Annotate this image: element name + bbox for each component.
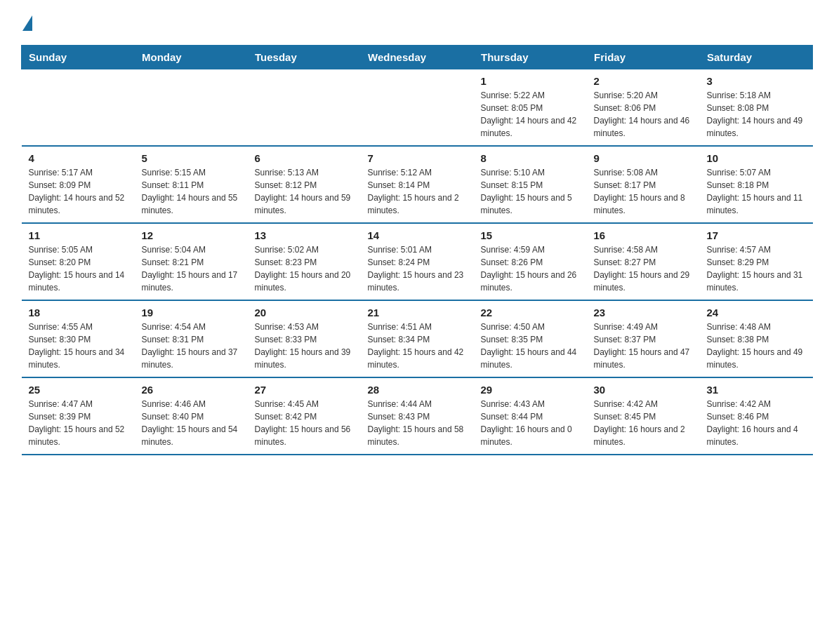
day-number: 25 <box>29 384 128 396</box>
calendar-cell: 4Sunrise: 5:17 AM Sunset: 8:09 PM Daylig… <box>22 146 135 223</box>
day-info: Sunrise: 5:02 AM Sunset: 8:23 PM Dayligh… <box>255 243 354 294</box>
weekday-header-row: SundayMondayTuesdayWednesdayThursdayFrid… <box>22 46 813 69</box>
day-number: 31 <box>707 384 806 396</box>
day-info: Sunrise: 4:58 AM Sunset: 8:27 PM Dayligh… <box>594 243 693 294</box>
day-number: 24 <box>707 307 806 318</box>
day-number: 13 <box>255 229 354 241</box>
calendar-cell: 2Sunrise: 5:20 AM Sunset: 8:06 PM Daylig… <box>587 69 700 147</box>
day-info: Sunrise: 4:54 AM Sunset: 8:31 PM Dayligh… <box>142 321 241 371</box>
day-info: Sunrise: 4:44 AM Sunset: 8:43 PM Dayligh… <box>368 398 467 448</box>
calendar-cell: 20Sunrise: 4:53 AM Sunset: 8:33 PM Dayli… <box>248 300 361 377</box>
day-number: 23 <box>594 307 693 318</box>
calendar-cell: 12Sunrise: 5:04 AM Sunset: 8:21 PM Dayli… <box>135 223 248 300</box>
calendar-cell: 3Sunrise: 5:18 AM Sunset: 8:08 PM Daylig… <box>700 69 813 147</box>
day-number: 12 <box>142 229 241 241</box>
day-number: 27 <box>255 384 354 396</box>
calendar-cell: 14Sunrise: 5:01 AM Sunset: 8:24 PM Dayli… <box>361 223 474 300</box>
day-number: 9 <box>594 152 693 164</box>
day-info: Sunrise: 4:53 AM Sunset: 8:33 PM Dayligh… <box>255 321 354 371</box>
day-number: 8 <box>481 152 580 164</box>
day-info: Sunrise: 5:22 AM Sunset: 8:05 PM Dayligh… <box>481 89 580 140</box>
calendar-cell: 21Sunrise: 4:51 AM Sunset: 8:34 PM Dayli… <box>361 300 474 377</box>
weekday-header-tuesday: Tuesday <box>248 46 361 69</box>
day-info: Sunrise: 4:46 AM Sunset: 8:40 PM Dayligh… <box>142 398 241 448</box>
weekday-header-monday: Monday <box>135 46 248 69</box>
day-number: 18 <box>29 307 128 318</box>
weekday-header-sunday: Sunday <box>22 46 135 69</box>
calendar-cell: 24Sunrise: 4:48 AM Sunset: 8:38 PM Dayli… <box>700 300 813 377</box>
calendar-week-2: 4Sunrise: 5:17 AM Sunset: 8:09 PM Daylig… <box>22 146 813 223</box>
calendar-week-1: 1Sunrise: 5:22 AM Sunset: 8:05 PM Daylig… <box>22 69 813 147</box>
calendar-cell: 27Sunrise: 4:45 AM Sunset: 8:42 PM Dayli… <box>248 377 361 455</box>
day-number: 22 <box>481 307 580 318</box>
calendar-cell: 29Sunrise: 4:43 AM Sunset: 8:44 PM Dayli… <box>474 377 587 455</box>
calendar-cell <box>248 69 361 147</box>
calendar-cell: 17Sunrise: 4:57 AM Sunset: 8:29 PM Dayli… <box>700 223 813 300</box>
calendar-cell: 23Sunrise: 4:49 AM Sunset: 8:37 PM Dayli… <box>587 300 700 377</box>
day-number: 16 <box>594 229 693 241</box>
day-info: Sunrise: 4:45 AM Sunset: 8:42 PM Dayligh… <box>255 398 354 448</box>
weekday-header-thursday: Thursday <box>474 46 587 69</box>
calendar-body: 1Sunrise: 5:22 AM Sunset: 8:05 PM Daylig… <box>22 69 813 455</box>
day-number: 21 <box>368 307 467 318</box>
day-number: 20 <box>255 307 354 318</box>
calendar-cell: 22Sunrise: 4:50 AM Sunset: 8:35 PM Dayli… <box>474 300 587 377</box>
calendar-cell: 5Sunrise: 5:15 AM Sunset: 8:11 PM Daylig… <box>135 146 248 223</box>
day-info: Sunrise: 5:05 AM Sunset: 8:20 PM Dayligh… <box>29 243 128 294</box>
calendar-cell <box>135 69 248 147</box>
calendar-cell: 18Sunrise: 4:55 AM Sunset: 8:30 PM Dayli… <box>22 300 135 377</box>
day-info: Sunrise: 4:42 AM Sunset: 8:45 PM Dayligh… <box>594 398 693 448</box>
day-info: Sunrise: 5:07 AM Sunset: 8:18 PM Dayligh… <box>707 166 806 217</box>
day-info: Sunrise: 4:48 AM Sunset: 8:38 PM Dayligh… <box>707 321 806 371</box>
day-number: 17 <box>707 229 806 241</box>
calendar-cell: 7Sunrise: 5:12 AM Sunset: 8:14 PM Daylig… <box>361 146 474 223</box>
day-info: Sunrise: 5:04 AM Sunset: 8:21 PM Dayligh… <box>142 243 241 294</box>
calendar-cell: 26Sunrise: 4:46 AM Sunset: 8:40 PM Dayli… <box>135 377 248 455</box>
day-number: 11 <box>29 229 128 241</box>
day-number: 4 <box>29 152 128 164</box>
calendar-cell: 1Sunrise: 5:22 AM Sunset: 8:05 PM Daylig… <box>474 69 587 147</box>
weekday-header-friday: Friday <box>587 46 700 69</box>
calendar-cell <box>22 69 135 147</box>
day-number: 7 <box>368 152 467 164</box>
calendar-week-3: 11Sunrise: 5:05 AM Sunset: 8:20 PM Dayli… <box>22 223 813 300</box>
calendar-cell: 6Sunrise: 5:13 AM Sunset: 8:12 PM Daylig… <box>248 146 361 223</box>
calendar-cell: 31Sunrise: 4:42 AM Sunset: 8:46 PM Dayli… <box>700 377 813 455</box>
calendar-cell: 28Sunrise: 4:44 AM Sunset: 8:43 PM Dayli… <box>361 377 474 455</box>
calendar-cell: 25Sunrise: 4:47 AM Sunset: 8:39 PM Dayli… <box>22 377 135 455</box>
day-info: Sunrise: 4:51 AM Sunset: 8:34 PM Dayligh… <box>368 321 467 371</box>
calendar-cell <box>361 69 474 147</box>
weekday-header-wednesday: Wednesday <box>361 46 474 69</box>
day-info: Sunrise: 5:12 AM Sunset: 8:14 PM Dayligh… <box>368 166 467 217</box>
day-number: 14 <box>368 229 467 241</box>
day-info: Sunrise: 4:49 AM Sunset: 8:37 PM Dayligh… <box>594 321 693 371</box>
day-info: Sunrise: 4:47 AM Sunset: 8:39 PM Dayligh… <box>29 398 128 448</box>
day-number: 29 <box>481 384 580 396</box>
day-info: Sunrise: 5:18 AM Sunset: 8:08 PM Dayligh… <box>707 89 806 140</box>
day-number: 10 <box>707 152 806 164</box>
day-number: 26 <box>142 384 241 396</box>
calendar-cell: 10Sunrise: 5:07 AM Sunset: 8:18 PM Dayli… <box>700 146 813 223</box>
day-info: Sunrise: 5:01 AM Sunset: 8:24 PM Dayligh… <box>368 243 467 294</box>
calendar-cell: 19Sunrise: 4:54 AM Sunset: 8:31 PM Dayli… <box>135 300 248 377</box>
weekday-header-saturday: Saturday <box>700 46 813 69</box>
calendar-cell: 9Sunrise: 5:08 AM Sunset: 8:17 PM Daylig… <box>587 146 700 223</box>
logo-triangle-icon <box>22 15 32 31</box>
calendar-cell: 13Sunrise: 5:02 AM Sunset: 8:23 PM Dayli… <box>248 223 361 300</box>
day-info: Sunrise: 5:08 AM Sunset: 8:17 PM Dayligh… <box>594 166 693 217</box>
calendar-cell: 11Sunrise: 5:05 AM Sunset: 8:20 PM Dayli… <box>22 223 135 300</box>
calendar-header: SundayMondayTuesdayWednesdayThursdayFrid… <box>22 46 813 69</box>
day-number: 5 <box>142 152 241 164</box>
calendar-cell: 30Sunrise: 4:42 AM Sunset: 8:45 PM Dayli… <box>587 377 700 455</box>
calendar-cell: 15Sunrise: 4:59 AM Sunset: 8:26 PM Dayli… <box>474 223 587 300</box>
day-number: 6 <box>255 152 354 164</box>
day-info: Sunrise: 5:17 AM Sunset: 8:09 PM Dayligh… <box>29 166 128 217</box>
day-info: Sunrise: 5:10 AM Sunset: 8:15 PM Dayligh… <box>481 166 580 217</box>
logo <box>21 14 32 31</box>
calendar-cell: 16Sunrise: 4:58 AM Sunset: 8:27 PM Dayli… <box>587 223 700 300</box>
day-number: 19 <box>142 307 241 318</box>
day-info: Sunrise: 5:20 AM Sunset: 8:06 PM Dayligh… <box>594 89 693 140</box>
day-number: 15 <box>481 229 580 241</box>
day-number: 1 <box>481 75 580 87</box>
calendar-cell: 8Sunrise: 5:10 AM Sunset: 8:15 PM Daylig… <box>474 146 587 223</box>
